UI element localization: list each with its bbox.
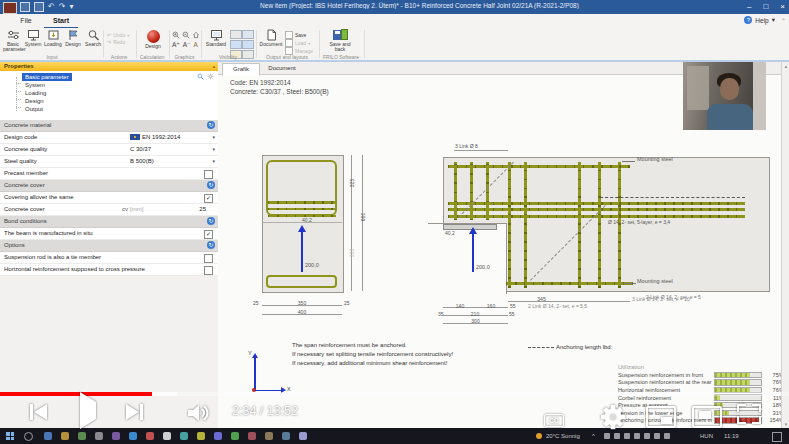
dropdown-caret-icon[interactable]: ▾ [212, 134, 215, 140]
dropdown-caret-icon[interactable]: ▾ [212, 146, 215, 152]
row-steel-quality[interactable]: Steel quality B 500(B) ▾ [0, 156, 218, 168]
taskbar-app-icon[interactable] [231, 432, 239, 440]
ribbon-document-button[interactable]: Document [259, 29, 283, 47]
tray-icon[interactable] [664, 433, 670, 439]
open-file-icon[interactable] [34, 2, 44, 12]
tab-file[interactable]: File [12, 14, 40, 27]
weather-text[interactable]: 20°C Sonnig [546, 433, 580, 439]
ribbon-save-button[interactable]: Save [285, 31, 313, 39]
tree-item-loading[interactable]: Loading [22, 89, 49, 97]
covering-allover-checkbox[interactable] [204, 194, 213, 203]
in-situ-checkbox[interactable] [204, 230, 213, 239]
redo-icon[interactable]: ↷ [59, 3, 66, 11]
tree-item-basic-parameter[interactable]: Basic parameter [22, 73, 72, 81]
visibility-toggle-icon[interactable] [230, 30, 242, 39]
maximize-button[interactable]: □ [763, 0, 768, 14]
taskbar-app-icon[interactable] [214, 432, 222, 440]
language-indicator[interactable]: HUN [700, 433, 713, 439]
ribbon-redo-button[interactable]: ↷Redo [107, 39, 129, 46]
visibility-toggle-icon[interactable] [242, 40, 254, 49]
concrete-cover-input[interactable]: 25 [199, 206, 206, 212]
precast-member-checkbox[interactable] [204, 170, 213, 179]
taskbar-app-icon[interactable] [282, 432, 290, 440]
row-concrete-quality[interactable]: Concrete quality C 30/37 ▾ [0, 144, 218, 156]
ribbon-search-button[interactable]: Search [83, 29, 103, 47]
tray-icon[interactable] [644, 433, 650, 439]
start-button[interactable] [6, 432, 14, 440]
section-bond-conditions[interactable]: Bond conditions ↻ [0, 216, 218, 228]
tray-caret[interactable]: ^ [592, 433, 595, 439]
miniplayer-button[interactable] [646, 406, 676, 428]
settings-button[interactable] [598, 402, 628, 436]
ribbon-load-button[interactable]: Load▾ [285, 39, 313, 47]
fullscreen-button[interactable] [737, 404, 761, 424]
tree-item-system[interactable]: System [22, 81, 48, 89]
ribbon-undo-button[interactable]: ↶Undo▾ [107, 32, 129, 39]
play-button[interactable] [80, 402, 96, 420]
tree-search-icon[interactable] [197, 73, 204, 80]
tree-item-design[interactable]: Design [22, 97, 47, 105]
clock[interactable]: 11:19 [724, 433, 739, 439]
dropdown-caret-icon[interactable]: ▾ [212, 158, 215, 164]
taskbar-app-icon[interactable] [95, 432, 103, 440]
scroll-up-icon[interactable]: ▴ [782, 63, 789, 69]
row-design-code[interactable]: Design code EN 1992:2014 ▾ [0, 132, 218, 144]
ribbon-design-calc-button[interactable]: Design [140, 29, 166, 49]
visibility-toggle-icon[interactable] [230, 40, 242, 49]
section-concrete-cover[interactable]: Concrete cover ↻ [0, 180, 218, 192]
taskbar-app-icon[interactable] [299, 432, 307, 440]
suspension-tie-checkbox[interactable] [204, 254, 213, 263]
tray-icon[interactable] [654, 433, 660, 439]
taskbar-app-icon[interactable] [180, 432, 188, 440]
qat-dropdown-icon[interactable]: ▾ [69, 3, 73, 11]
taskbar-app-icon[interactable] [44, 432, 52, 440]
tab-document[interactable]: Document [260, 63, 304, 74]
undo-icon[interactable]: ↶ [48, 3, 55, 11]
tab-start[interactable]: Start [44, 14, 78, 29]
taskbar-app-icon[interactable] [265, 432, 273, 440]
cross-pressure-checkbox[interactable] [204, 266, 213, 275]
taskbar-app-icon[interactable] [129, 432, 137, 440]
taskbar-app-icon[interactable] [248, 432, 256, 440]
captions-button[interactable]: CC [544, 414, 564, 427]
scroll-down-icon[interactable]: ▾ [782, 421, 789, 427]
ribbon-standard-button[interactable]: Standard [204, 29, 228, 47]
ribbon-system-button[interactable]: System [23, 29, 43, 47]
taskbar-app-icon[interactable] [163, 432, 171, 440]
close-button[interactable]: × [780, 0, 785, 14]
tray-icon[interactable] [634, 433, 640, 439]
previous-button[interactable] [30, 404, 47, 420]
font-reset-icon[interactable]: A [194, 41, 198, 49]
support-width-label: 40,2 [302, 217, 312, 223]
taskbar-search-icon[interactable] [24, 432, 33, 441]
zoom-home-icon[interactable] [192, 31, 200, 39]
visibility-toggle-icon[interactable] [242, 30, 254, 39]
taskbar-app-icon[interactable] [146, 432, 154, 440]
vertical-scrollbar[interactable]: ▴ ▾ [781, 62, 789, 428]
tab-grafik[interactable]: Grafik [222, 63, 260, 76]
next-button[interactable] [126, 404, 143, 420]
ribbon-collapse-icon[interactable]: ⌃ [781, 17, 786, 24]
section-options[interactable]: Options ↻ [0, 240, 218, 252]
ribbon-save-and-back-button[interactable]: Save and back [325, 29, 355, 52]
zoom-out-icon[interactable] [182, 31, 190, 39]
ribbon-design-button[interactable]: Design [63, 29, 83, 47]
help-menu[interactable]: ? Help ▾ [744, 16, 775, 24]
theater-mode-button[interactable] [692, 406, 722, 428]
tree-gear-icon[interactable] [207, 73, 214, 80]
zoom-in-icon[interactable] [172, 31, 180, 39]
notification-center-icon[interactable] [772, 432, 782, 442]
ribbon-basic-parameter-button[interactable]: Basic parameter [3, 29, 23, 52]
minimize-button[interactable]: – [747, 0, 751, 14]
ribbon-loading-button[interactable]: Loading [43, 29, 63, 47]
taskbar-app-icon[interactable] [78, 432, 86, 440]
tree-item-output[interactable]: Output [22, 105, 46, 113]
section-concrete-material[interactable]: Concrete material ↻ [0, 120, 218, 132]
taskbar-app-icon[interactable] [197, 432, 205, 440]
taskbar-app-icon[interactable] [112, 432, 120, 440]
font-increase-icon[interactable]: A⁺ [172, 41, 180, 49]
taskbar-app-icon[interactable] [61, 432, 69, 440]
font-decrease-icon[interactable]: A⁻ [183, 41, 191, 49]
volume-button[interactable] [188, 404, 214, 426]
new-file-icon[interactable] [20, 2, 30, 12]
